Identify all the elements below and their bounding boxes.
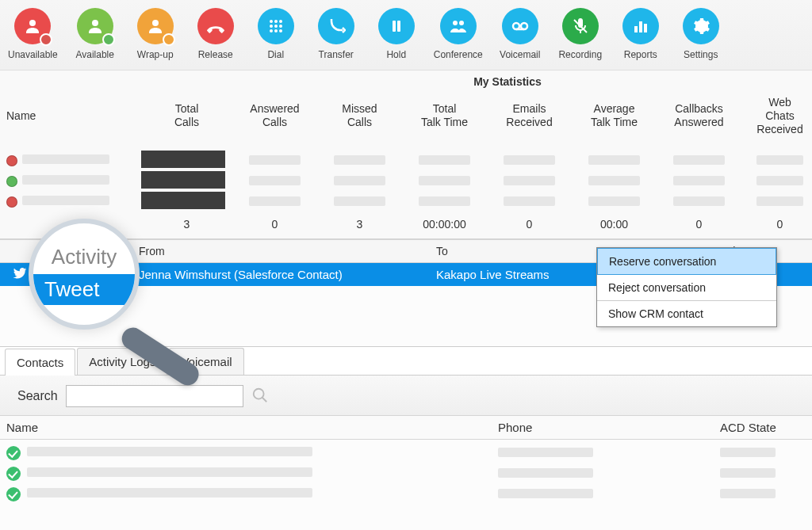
stats-total-8: 0 <box>741 218 812 231</box>
svg-point-14 <box>453 21 458 25</box>
placeholder-bar <box>673 196 724 206</box>
check-icon <box>6 446 21 460</box>
stats-row[interactable] <box>6 170 812 191</box>
magnifier-overlay: Activity Tweet <box>29 219 140 330</box>
placeholder-bar <box>720 448 776 457</box>
svg-rect-21 <box>639 21 642 32</box>
placeholder-bar <box>720 489 776 498</box>
search-input[interactable] <box>66 385 243 407</box>
placeholder-bar <box>22 175 109 185</box>
col-from: From <box>139 245 436 257</box>
placeholder-bar <box>22 154 109 164</box>
available-button[interactable]: Available <box>72 8 118 60</box>
placeholder-bar <box>419 176 469 185</box>
placeholder-bar <box>334 196 385 206</box>
contacts-rows <box>0 440 812 505</box>
svg-point-5 <box>279 20 282 23</box>
check-icon <box>6 467 21 481</box>
placeholder-bar <box>756 155 802 165</box>
contact-row[interactable] <box>6 484 812 505</box>
placeholder-bar <box>720 468 776 478</box>
ctx-item-reserve-conversation[interactable]: Reserve conversation <box>597 248 776 275</box>
magnifier-label-tweet: Tweet <box>33 274 135 305</box>
contact-row[interactable] <box>6 443 812 463</box>
placeholder-bar <box>588 196 639 206</box>
recording-button[interactable]: Recording <box>557 8 603 60</box>
stats-total-4: 00:00:00 <box>402 218 487 231</box>
placeholder-bar <box>419 155 469 165</box>
contacts-col-1: Phone <box>498 421 720 434</box>
context-menu: Reserve conversationReject conversationS… <box>596 247 777 327</box>
stats-col-2: AnsweredCalls <box>232 102 317 129</box>
mic-off-icon <box>562 8 599 44</box>
svg-point-11 <box>279 29 282 32</box>
svg-point-4 <box>274 20 278 23</box>
reports-button[interactable]: Reports <box>618 8 664 60</box>
status-dot-icon <box>6 196 17 208</box>
placeholder-bar <box>22 196 109 205</box>
svg-point-2 <box>152 20 159 26</box>
toolbar-label: Settings <box>684 49 718 60</box>
unavailable-button[interactable]: Unavailable <box>8 8 58 60</box>
hold-button[interactable]: Hold <box>373 8 419 60</box>
conference-button[interactable]: Conference <box>434 8 483 60</box>
pause-icon <box>378 8 415 44</box>
svg-rect-22 <box>644 24 647 32</box>
stats-total-6: 00:00 <box>572 218 657 231</box>
placeholder-bar <box>504 155 554 165</box>
svg-rect-20 <box>634 26 638 32</box>
settings-button[interactable]: Settings <box>678 8 724 60</box>
search-icon[interactable] <box>251 387 269 406</box>
release-button[interactable]: Release <box>193 8 239 60</box>
stats-row[interactable] <box>6 150 812 170</box>
ctx-item-reject-conversation[interactable]: Reject conversation <box>597 275 776 301</box>
stats-total-3: 3 <box>317 218 402 231</box>
voicemail-button[interactable]: Voicemail <box>497 8 543 60</box>
user-wrapup-icon <box>137 8 174 44</box>
svg-point-7 <box>274 25 278 28</box>
bottom-tabs: ContactsActivity LogsVoicemail <box>0 346 812 375</box>
placeholder-bar <box>249 155 300 165</box>
stats-row[interactable] <box>6 191 812 212</box>
placeholder-bar <box>673 176 724 185</box>
toolbar-label: Dial <box>267 49 284 60</box>
dial-button[interactable]: Dial <box>253 8 299 60</box>
magnifier-label-activity: Activity <box>33 243 135 274</box>
stats-col-3: MissedCalls <box>317 102 402 129</box>
status-dot-icon <box>6 155 17 166</box>
svg-point-0 <box>29 20 36 26</box>
placeholder-bar <box>498 489 593 498</box>
stats-rows <box>0 150 812 212</box>
phone-down-icon <box>197 8 234 44</box>
toolbar-label: Wrap-up <box>137 49 174 60</box>
transfer-button[interactable]: Transfer <box>313 8 359 60</box>
wrap-up-button[interactable]: Wrap-up <box>132 8 178 60</box>
stats-col-7: CallbacksAnswered <box>657 102 741 129</box>
gear-icon <box>683 8 719 44</box>
contacts-col-0: Name <box>6 421 498 434</box>
svg-point-23 <box>253 389 263 399</box>
svg-point-10 <box>274 29 278 32</box>
toolbar-label: Transfer <box>319 49 354 60</box>
search-label: Search <box>17 389 58 403</box>
svg-point-15 <box>459 21 464 25</box>
toolbar-label: Release <box>198 49 233 60</box>
twitter-icon <box>13 266 27 283</box>
svg-point-8 <box>279 25 282 28</box>
placeholder-bar <box>249 196 300 206</box>
ctx-item-show-crm-contact[interactable]: Show CRM contact <box>597 301 776 326</box>
placeholder-bar <box>27 488 312 498</box>
placeholder-bar <box>334 155 385 165</box>
placeholder-bar <box>588 176 639 185</box>
transfer-icon <box>318 8 354 44</box>
svg-point-3 <box>270 20 273 23</box>
svg-point-9 <box>270 29 273 32</box>
placeholder-bar <box>498 468 593 478</box>
stats-col-4: TotalTalk Time <box>402 102 487 129</box>
placeholder-bar <box>334 176 385 185</box>
placeholder-bar <box>141 151 225 168</box>
tab-contacts[interactable]: Contacts <box>5 349 75 376</box>
svg-rect-12 <box>393 21 396 32</box>
contact-row[interactable] <box>6 463 812 484</box>
main-toolbar: UnavailableAvailableWrap-upReleaseDialTr… <box>0 0 812 71</box>
